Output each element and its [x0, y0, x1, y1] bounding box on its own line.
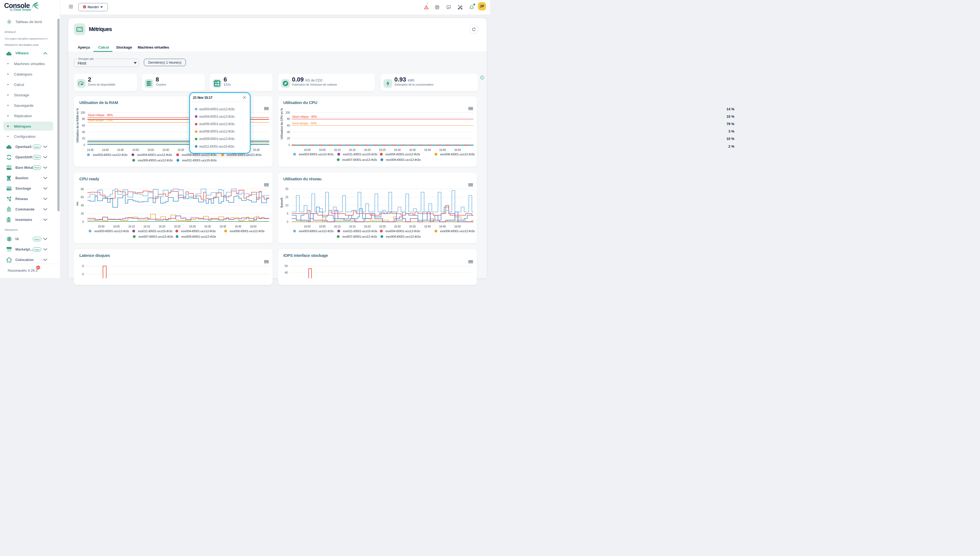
svg-text:Seuil danger - 60%: Seuil danger - 60%	[292, 121, 317, 124]
svg-text:Seuil critique - 80%: Seuil critique - 80%	[292, 115, 317, 118]
svg-text:Seuil critique - 85%: Seuil critique - 85%	[88, 113, 113, 116]
svg-text:Seuil danger - 70%: Seuil danger - 70%	[88, 118, 112, 121]
